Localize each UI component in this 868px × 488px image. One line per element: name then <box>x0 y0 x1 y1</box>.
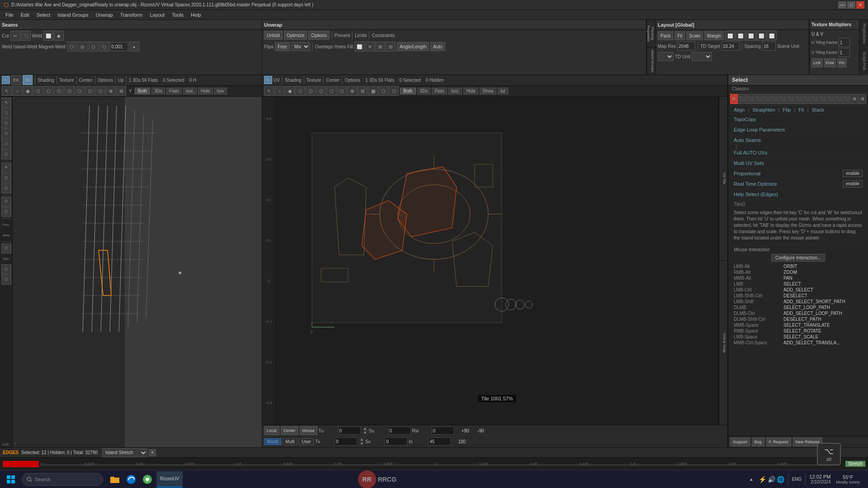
sel-icon2[interactable]: ⬛ <box>746 94 754 104</box>
3d-tool-3[interactable]: ⬡ <box>1 118 11 128</box>
3d-select-tool[interactable]: ↖ <box>2 76 10 84</box>
3d-shading10[interactable]: ⬡ <box>95 86 105 96</box>
u-tiling-input[interactable] <box>839 38 850 47</box>
auto-btn[interactable]: Auto <box>430 42 445 51</box>
flip-link[interactable]: Flip <box>783 106 791 113</box>
mix-select[interactable]: Mix <box>291 42 310 51</box>
grid-snap-tab[interactable]: Grid & Snap <box>719 260 727 425</box>
3d-tool-9[interactable]: ⬡ <box>1 183 11 193</box>
stack-link[interactable]: Stack <box>812 106 825 113</box>
menu-edit[interactable]: Edit <box>17 11 33 19</box>
projections-tab[interactable]: Projections <box>859 20 868 48</box>
fit-link[interactable]: Fit <box>798 106 804 113</box>
sel-icon8[interactable]: ⬛ <box>794 94 802 104</box>
sel-icon1[interactable]: ⬛ <box>738 94 746 104</box>
uv-shading9[interactable]: ⊕ <box>347 86 357 96</box>
tray-icon-1[interactable]: ⚡ <box>759 476 766 483</box>
isol-btn-3d[interactable]: Isol. <box>183 88 197 94</box>
v-tiling-input[interactable] <box>839 48 850 57</box>
menu-unwrap[interactable]: Unwrap <box>92 11 117 19</box>
optimize-btn[interactable]: Optimize <box>284 31 307 40</box>
sel-icon5[interactable]: ⬛ <box>770 94 778 104</box>
3ds-btn-uv[interactable]: 3Ds <box>417 88 431 94</box>
pack-btn[interactable]: Pack <box>658 31 673 40</box>
sel-icon7[interactable]: ⬛ <box>786 94 794 104</box>
tray-icon-2[interactable]: 🔊 <box>768 476 775 483</box>
island-stretch-down[interactable]: ▼ <box>149 449 156 456</box>
menu-select[interactable]: Select <box>33 11 54 19</box>
hov-btn-3d[interactable]: hov <box>214 88 227 94</box>
3d-shading9[interactable]: ⬡ <box>85 86 95 96</box>
layout-icon4[interactable]: ⬜ <box>756 31 766 41</box>
minimize-button[interactable]: — <box>838 1 846 9</box>
cut-mode-btn[interactable]: ⬛ <box>21 31 31 41</box>
3d-shading2[interactable]: ○ <box>12 86 22 96</box>
3d-shading5[interactable]: ⬡ <box>43 86 53 96</box>
real-time-link[interactable]: Real Time Optimize <box>734 180 777 188</box>
free-btn[interactable]: Free <box>275 42 290 51</box>
unfold-btn[interactable]: Unfold <box>264 31 283 40</box>
tu-input[interactable] <box>338 427 361 435</box>
straighten-link[interactable]: Straighten <box>752 106 775 113</box>
menu-file[interactable]: File <box>2 11 17 19</box>
uv-shading11[interactable]: ⬡ <box>378 86 388 96</box>
center-btn[interactable]: Center <box>281 426 298 435</box>
uv-shading6[interactable]: ⬡ <box>316 86 326 96</box>
seam-icon3[interactable]: ⬡ <box>89 42 99 52</box>
menu-layout[interactable]: Layout <box>146 11 168 19</box>
3d-tool-4[interactable]: ⬡ <box>1 129 11 139</box>
3d-tool-13[interactable]: ⬡ <box>1 264 11 274</box>
uv-shading8[interactable]: ⬡ <box>337 86 347 96</box>
unwrap-icon3[interactable]: ⊞ <box>375 42 385 52</box>
mouse-btn[interactable]: Mouse <box>300 426 317 435</box>
layout-icon3[interactable]: ⬜ <box>746 31 756 41</box>
td-target-input[interactable] <box>722 42 740 51</box>
proportional-link[interactable]: Proportional <box>734 170 760 177</box>
lut-btn-uv[interactable]: lut <box>498 88 508 94</box>
3d-tool-8[interactable]: ⬡ <box>1 173 11 183</box>
tu-down[interactable]: ▼ <box>363 431 368 435</box>
3d-tool-11[interactable]: ⬡ <box>1 207 11 217</box>
map-res-input[interactable] <box>677 42 695 51</box>
island-groups-tab[interactable]: Island Groups <box>646 47 656 75</box>
unwrap-icon2[interactable]: ✕ <box>365 42 375 52</box>
sel-icon-close[interactable]: ✕ <box>730 94 738 104</box>
cut-scissor-btn[interactable]: ✂ <box>10 31 20 41</box>
free-texture-btn[interactable]: Free <box>824 58 836 67</box>
sel-icon14[interactable]: ⬛ <box>843 94 850 104</box>
topocopy-link[interactable]: TopoCopy <box>734 116 863 123</box>
uv-shading1[interactable]: ↖ <box>264 86 274 96</box>
sel-icon10[interactable]: ⬛ <box>811 94 818 104</box>
tu-up[interactable]: ▲ <box>363 427 368 431</box>
sel-icon11[interactable]: ⬛ <box>818 94 826 104</box>
3d-tool-12[interactable]: ⬡ <box>1 244 11 253</box>
menu-help[interactable]: Help <box>187 11 205 19</box>
align-link[interactable]: Align <box>734 106 745 113</box>
3d-shading11[interactable]: ⊕ <box>106 86 116 96</box>
multi-btn[interactable]: Multi <box>283 438 297 445</box>
uv-tile-tab[interactable]: UV Tile <box>719 97 727 261</box>
3d-tool-10[interactable]: ⬡ <box>1 197 11 206</box>
3ds-btn-3d[interactable]: 3Ds <box>151 88 165 94</box>
uv-shading5[interactable]: ⬡ <box>306 86 316 96</box>
uv-shading2[interactable]: ○ <box>274 86 284 96</box>
seam-icon1[interactable]: ⬡ <box>67 42 77 52</box>
edge-loop-link[interactable]: Edge Loop Parameters <box>734 126 863 133</box>
3d-tool-7[interactable]: ✕ <box>1 163 11 173</box>
unwrap-icon4[interactable]: ⊟ <box>386 42 396 52</box>
layout-icon2[interactable]: ⬜ <box>736 31 745 41</box>
uv-select-tool[interactable]: ↖ <box>264 76 272 84</box>
3d-shading1[interactable]: ↖ <box>2 86 12 96</box>
taskbar-edge[interactable] <box>123 471 139 488</box>
seam-value-input[interactable] <box>110 42 128 51</box>
taskbar-rizomuv[interactable]: RizomUV <box>156 471 183 488</box>
angle-length-btn[interactable]: Angle/Length <box>397 42 429 51</box>
uv-shading3[interactable]: ◉ <box>285 86 295 96</box>
support-btn[interactable]: Support <box>730 437 750 446</box>
isol-btn-uv[interactable]: Isol. <box>448 88 462 94</box>
tv-up[interactable]: ▲ <box>359 437 364 441</box>
3d-tool-1[interactable]: ↖ <box>1 98 11 108</box>
flats-btn-uv[interactable]: Flats <box>432 88 447 94</box>
hide-btn-uv[interactable]: Hide <box>463 88 478 94</box>
3d-tool-14[interactable]: ⬡ <box>1 275 11 285</box>
